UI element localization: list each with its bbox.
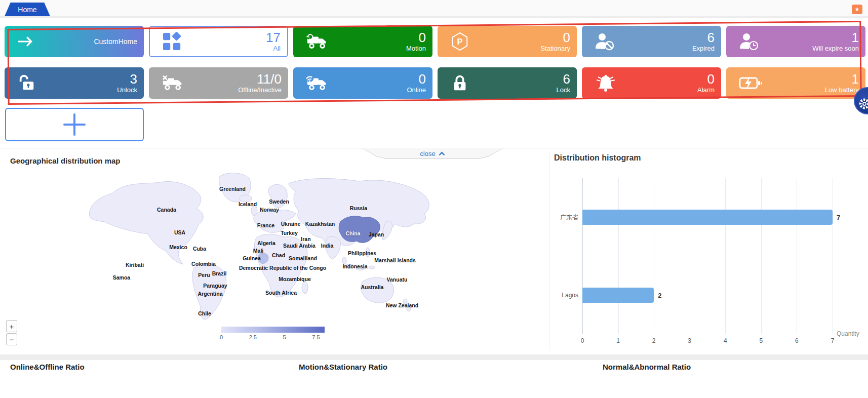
histogram-x-tick-label: 3 [688, 337, 691, 344]
stat-card-label: Lock [557, 87, 570, 94]
stat-card-alarm[interactable]: 0 Alarm [582, 67, 721, 99]
apps-grid-icon [163, 32, 182, 51]
stat-card-value: 17 [266, 31, 281, 45]
histogram-gridline [761, 178, 762, 334]
world-map[interactable]: GreenlandCanadaIcelandSwedenNorwayRussia… [76, 167, 446, 327]
parking-hexagon-icon: P [450, 32, 469, 51]
stat-card-motion[interactable]: 0 Motion [293, 26, 432, 57]
section-title-online-offline-ratio: Online&Offline Ratio [10, 363, 85, 371]
stat-card-online[interactable]: 0 Online [293, 67, 432, 99]
collapse-panel-button[interactable]: close [361, 148, 504, 159]
map-legend-tick: 2.5 [249, 334, 257, 340]
histogram-gridline [690, 178, 690, 334]
truck-offline-icon [162, 74, 186, 92]
stat-card-customhome[interactable]: CustomHome [5, 26, 144, 57]
histogram-gridline [725, 178, 726, 334]
stat-card-stationary[interactable]: P 0 Stationary [438, 26, 577, 57]
histogram-bar-value: 2 [658, 292, 661, 299]
stat-card-value: 1 [825, 72, 859, 86]
bottom-divider-band [0, 354, 868, 360]
favorites-folder-button[interactable]: ★ [852, 5, 862, 14]
stat-card-value: 0 [697, 72, 715, 86]
stat-card-label: Will expire soon [812, 45, 859, 52]
collapse-label: close [420, 150, 435, 157]
stat-card-label: Low battery [825, 87, 859, 94]
map-panel-title: Geographical distribution map [10, 156, 121, 165]
histogram-x-tick-label: 6 [795, 337, 799, 344]
stat-card-low-battery[interactable]: 1 Low battery [726, 67, 865, 99]
histogram-axis-label: Quantity [837, 330, 859, 337]
stat-card-value: 0 [540, 31, 570, 45]
histogram-x-tick-label: 7 [831, 337, 835, 344]
stat-card-offline-inactive[interactable]: 11/0 Offline/Inactive [149, 67, 288, 99]
histogram-bar [582, 210, 833, 225]
stat-card-label: Alarm [697, 87, 715, 94]
svg-text:P: P [457, 37, 463, 46]
tab-home[interactable]: Home [5, 3, 50, 16]
histogram-gridline [654, 178, 654, 334]
stat-card-all[interactable]: 17 All [149, 26, 288, 57]
histogram-category-label: Lagos [549, 292, 578, 299]
stat-cards-row-2: 3 Unlock 11/0 Offline/Inactive [5, 67, 865, 99]
add-card-button[interactable] [5, 108, 144, 141]
section-title-normal-abnormal-ratio: Normal&Abnormal Ratio [603, 363, 691, 371]
map-legend-ticks: 02.557.5 [221, 334, 325, 341]
histogram-x-tick-label: 1 [616, 337, 620, 344]
map-legend-tick: 5 [283, 334, 286, 340]
stat-card-label: Motion [406, 45, 426, 52]
stat-card-value: 6 [692, 31, 715, 45]
stat-card-expired[interactable]: 6 Expired [582, 26, 721, 57]
stat-card-lock[interactable]: 6 Lock [438, 67, 577, 99]
histogram-x-tick-label: 0 [581, 337, 584, 344]
stat-card-label: Offline/Inactive [238, 87, 282, 94]
stat-card-label: Online [407, 87, 426, 94]
settings-floating-button[interactable] [854, 87, 868, 114]
stat-card-value: 11/0 [238, 72, 282, 86]
histogram-gridline [797, 178, 797, 334]
stat-card-label: CustomHome [94, 38, 137, 46]
stat-cards-row-1: CustomHome 17 All [5, 26, 865, 57]
stat-card-value: 0 [406, 31, 426, 45]
folder-star-icon: ★ [855, 6, 860, 13]
map-legend-tick: 7.5 [312, 334, 320, 340]
top-bar: Home ★ [0, 0, 868, 18]
truck-online-icon [306, 74, 330, 92]
stat-card-label: Unlock [117, 87, 137, 94]
padlock-open-icon [17, 73, 36, 93]
padlock-closed-icon [450, 73, 469, 93]
histogram-panel-title: Distribution histogram [554, 153, 641, 163]
histogram-gridline [582, 178, 583, 334]
histogram-bar-value: 7 [837, 214, 840, 221]
stat-card-unlock[interactable]: 3 Unlock [5, 67, 144, 99]
map-legend-gradient [221, 327, 325, 333]
chevron-up-icon [439, 151, 445, 156]
user-ban-icon [595, 32, 615, 51]
world-map-svg [76, 167, 446, 327]
stat-card-will-expire-soon[interactable]: 1 Will expire soon [726, 26, 865, 57]
gear-icon [855, 88, 868, 113]
map-legend-tick: 0 [220, 334, 223, 340]
arrow-right-icon [17, 35, 33, 48]
stat-card-label: Stationary [540, 45, 570, 52]
section-title-motion-stationary-ratio: Motion&Stationary Ratio [299, 363, 387, 371]
histogram-category-label: 广东省 [549, 213, 578, 222]
map-zoom-out-button[interactable]: − [6, 333, 17, 345]
user-clock-icon [739, 32, 759, 51]
histogram-x-tick-label: 5 [760, 337, 763, 344]
stat-card-value: 1 [812, 31, 859, 45]
truck-motion-icon [306, 32, 330, 51]
map-zoom-in-button[interactable]: + [6, 320, 17, 332]
map-region-nigeria [258, 253, 268, 263]
tab-home-label: Home [18, 6, 36, 14]
stat-card-label: All [266, 45, 281, 52]
histogram-gridline [833, 178, 833, 334]
histogram-gridline [618, 178, 619, 334]
map-region-china [339, 216, 380, 243]
stat-card-label: Expired [692, 45, 715, 52]
histogram-x-tick-label: 2 [652, 337, 656, 344]
battery-charging-icon [739, 75, 762, 91]
stat-card-value: 6 [557, 72, 570, 86]
histogram-bar [582, 288, 654, 303]
histogram-x-tick-label: 4 [724, 337, 727, 344]
histogram-plot: 012345677广东省2Lagos [582, 178, 833, 334]
